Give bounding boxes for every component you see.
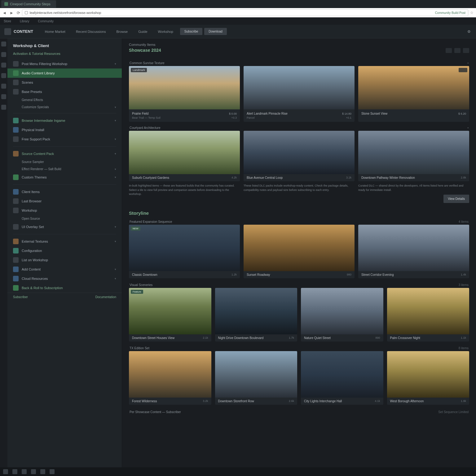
explorer-icon[interactable]: [22, 469, 27, 474]
row-label: Featured Expansion Sequence: [130, 220, 172, 223]
sidebar-item[interactable]: External Textures▾: [7, 237, 122, 246]
client-icon: [13, 189, 19, 195]
download-button[interactable]: Download: [204, 28, 227, 35]
view-details-button[interactable]: View Details: [443, 195, 469, 203]
content-card[interactable]: Alert Landmark Pinnacle Rise$ 14.80Parce…: [244, 66, 355, 122]
sidebar-item[interactable]: Add Content▾: [7, 265, 122, 274]
sidebar-item[interactable]: Scenes: [7, 78, 122, 87]
nav-tab[interactable]: Home Market: [40, 25, 70, 38]
sub-toolbar: Store Library Community: [0, 17, 476, 25]
content-card[interactable]: West Borough Afternoon1.9k: [387, 351, 469, 405]
thumbnail: [301, 288, 383, 334]
rail-friends-icon[interactable]: [1, 84, 6, 89]
rail-home-icon[interactable]: [1, 42, 6, 46]
content-card[interactable]: Suburb Courtyard Gardens4.2k: [129, 131, 240, 181]
sidebar-item[interactable]: Cloud Resources▾: [7, 274, 122, 283]
footer-left[interactable]: Subscriber: [13, 295, 28, 299]
sidebar-item[interactable]: Browse Intermediate Ingame▾: [7, 116, 122, 125]
logo[interactable]: CONTENT: [4, 28, 33, 35]
breadcrumb: Community Items: [129, 43, 161, 46]
content-card[interactable]: FeatureDowntown Street Houses View2.1k: [129, 288, 211, 342]
content-card[interactable]: Downtown Storefront Row2.6k: [215, 351, 298, 405]
app-icon[interactable]: [40, 469, 45, 474]
thumbnail: Landmark: [129, 66, 240, 109]
content-card[interactable]: Palm Crossover Night1.1k: [387, 288, 469, 342]
content-card[interactable]: NEWClassic Downtown1.2k: [129, 225, 240, 278]
config-icon: [13, 248, 19, 253]
content-card[interactable]: Night Drive Downtown Boulevard1.7k: [215, 288, 298, 342]
chevron-down-icon: ▾: [115, 138, 116, 141]
rail-library-icon[interactable]: [1, 52, 6, 57]
content-card[interactable]: Nature Quiet Street890: [301, 288, 383, 342]
sidebar-item[interactable]: Client Items: [7, 187, 122, 196]
browser-icon[interactable]: [31, 469, 36, 474]
sidebar-subtitle[interactable]: Activation & Tutorial Resources: [7, 51, 122, 59]
rail-store-icon[interactable]: [1, 63, 6, 68]
sidebar-item[interactable]: Open Source: [7, 215, 122, 222]
nav-tab[interactable]: Workshop: [153, 25, 178, 38]
logo-text: CONTENT: [14, 29, 33, 34]
content-card[interactable]: Downtown Pathway Winter Renovation2.8k: [358, 131, 469, 181]
card-grid-row3: NEWClassic Downtown1.2k Sunset Roadway98…: [129, 225, 469, 278]
reload-icon[interactable]: ⟳: [17, 11, 20, 15]
sidebar-item[interactable]: Last Browser: [7, 196, 122, 206]
cloud-icon: [13, 276, 19, 281]
grid-view-icon[interactable]: [446, 48, 452, 53]
logo-icon: [4, 28, 11, 35]
content-card[interactable]: Sunset Roadway980: [244, 225, 355, 278]
card-header: Common Sunrise Texture: [130, 61, 165, 65]
sidebar-item[interactable]: Workshop: [7, 206, 122, 215]
content-card[interactable]: Street Corridor Evening1.4k: [358, 225, 469, 278]
list-view-icon[interactable]: [454, 48, 461, 53]
content-card[interactable]: Forest Wilderness3.2k: [129, 351, 211, 405]
app-icon[interactable]: [50, 469, 55, 474]
rail-settings-icon[interactable]: [1, 105, 6, 110]
content-card[interactable]: Blue Avenue Central Loop3.1k: [244, 131, 355, 181]
forward-icon[interactable]: ►: [10, 11, 14, 15]
page-title: Showcase 2024: [129, 48, 161, 53]
sidebar-item[interactable]: Effect Renderer — Salt Build▾: [7, 165, 122, 173]
sidebar-item[interactable]: Custom Themes▾: [7, 173, 122, 182]
sidebar-item[interactable]: UI Overlay Set▾: [7, 222, 122, 231]
chevron-down-icon: ▾: [115, 176, 116, 179]
rail-downloads-icon[interactable]: [1, 94, 6, 99]
sidebar-item[interactable]: General Effects: [7, 96, 122, 104]
sidebar-item[interactable]: Source Content Pack▾: [7, 149, 122, 158]
sidebar-item[interactable]: Back & Roll to Subscription: [7, 283, 122, 293]
sidebar-item[interactable]: Physical Install: [7, 125, 122, 134]
sidebar-item[interactable]: Source Sampler: [7, 158, 122, 165]
settings-icon[interactable]: ⚙: [466, 29, 472, 34]
star-icon[interactable]: ☆: [470, 11, 474, 15]
left-rail: [0, 38, 7, 476]
rail-community-icon[interactable]: [1, 73, 6, 78]
main-content: Community Items Showcase 2024 Common Sun…: [122, 38, 476, 476]
sub-item[interactable]: Library: [20, 20, 29, 23]
description-row: In-built highlighted items — these are f…: [129, 184, 469, 203]
browser-tab[interactable]: Cinepod Community Steps: [1, 0, 56, 8]
content-card[interactable]: Stone Sunset View$ 6.20: [358, 66, 469, 122]
badge-icon: [459, 68, 467, 72]
footer-right[interactable]: Documentation: [95, 295, 116, 299]
url-bar[interactable]: leafyinteractive.net/storefront/browse-w…: [22, 9, 468, 16]
sub-item[interactable]: Store: [4, 20, 11, 23]
nav-tab[interactable]: Recent Discussions: [71, 25, 111, 38]
sidebar-item[interactable]: Configuration: [7, 246, 122, 255]
search-icon[interactable]: [12, 469, 17, 474]
subscribe-button[interactable]: Subscribe: [180, 28, 202, 35]
sub-item[interactable]: Community: [38, 20, 54, 23]
filter-icon[interactable]: [463, 48, 469, 53]
nav-tab[interactable]: Browse: [111, 25, 133, 38]
content-card[interactable]: Landmark Prairie Field$ 0.00Bear Trail —…: [129, 66, 240, 122]
sidebar-item[interactable]: Post Menu Filtering Workshop▾: [7, 59, 122, 68]
sidebar-item-active[interactable]: Audio Content Library: [7, 68, 122, 78]
chevron-down-icon: ▾: [115, 225, 116, 228]
thumbnail: NEW: [129, 225, 240, 271]
back-icon[interactable]: ◄: [2, 11, 7, 15]
content-card[interactable]: City Lights Interchange Hall4.1k: [301, 351, 383, 405]
nav-tab[interactable]: Guide: [133, 25, 152, 38]
sidebar-item[interactable]: Free Support Pack▾: [7, 134, 122, 144]
sidebar-item[interactable]: Base Presets: [7, 87, 122, 96]
sidebar-item[interactable]: Customize Specials▾: [7, 104, 122, 111]
start-icon[interactable]: [3, 469, 8, 474]
sidebar-item[interactable]: List on Workshop: [7, 255, 122, 265]
